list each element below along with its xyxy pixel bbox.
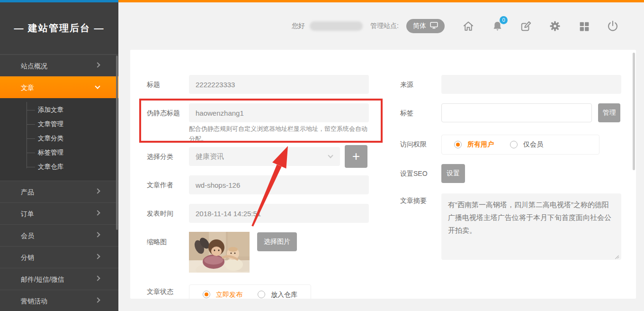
article-status-group: 立即发布 放入仓库	[189, 284, 311, 299]
sidebar-scrollbar[interactable]	[116, 55, 118, 230]
thumbnail-image	[189, 232, 250, 273]
author-label: 文章作者	[147, 175, 173, 194]
topbar: 您好 管理站点: 简体 0	[118, 2, 644, 50]
edit-icon	[520, 20, 532, 32]
seo-settings-button[interactable]: 设置	[441, 164, 465, 183]
chevron-right-icon	[95, 254, 100, 259]
sidebar-item-articles[interactable]: 文章	[0, 76, 118, 98]
home-icon	[462, 20, 474, 32]
access-label: 访问权限	[400, 135, 427, 154]
sidebar-item-label: 营销活动	[21, 297, 47, 305]
thumbnail-label: 缩略图	[147, 237, 167, 247]
sidebar-item-label: 产品	[21, 188, 34, 196]
seo-label: 设置SEO	[400, 164, 428, 183]
sidebar-item-label: 会员	[21, 232, 34, 239]
slug-label: 伪静态标题	[147, 103, 180, 122]
notifications-button[interactable]: 0	[491, 19, 504, 33]
sidebar-item-label: 站点概况	[21, 62, 47, 70]
status-archive-radio[interactable]	[258, 291, 265, 298]
chevron-right-icon	[95, 275, 100, 281]
settings-button[interactable]	[548, 19, 562, 33]
sidebar-item-marketing[interactable]: 营销活动	[0, 290, 118, 311]
logout-button[interactable]	[606, 19, 619, 33]
source-input[interactable]	[441, 75, 621, 94]
chevron-right-icon	[95, 188, 100, 193]
publish-time-label: 发表时间	[147, 204, 173, 223]
chevron-right-icon	[95, 210, 100, 215]
add-category-button[interactable]: +	[345, 145, 367, 168]
sidebar-item-members[interactable]: 会员	[0, 224, 118, 246]
sidebar-item-distribution[interactable]: 分销	[0, 246, 118, 268]
submenu-item-article-manage[interactable]: 文章管理	[0, 117, 118, 131]
home-button[interactable]	[462, 19, 475, 33]
power-icon	[607, 20, 619, 32]
sidebar-item-label: 文章	[21, 84, 34, 91]
gear-icon	[549, 20, 561, 32]
article-status-label: 文章状态	[147, 287, 173, 296]
category-label: 选择分类	[147, 147, 173, 166]
access-members-only-label[interactable]: 仅会员	[523, 140, 543, 149]
summary-label: 文章摘要	[400, 196, 427, 205]
author-input[interactable]	[189, 175, 369, 194]
chevron-down-icon	[328, 153, 333, 158]
submenu-item-tag-manage[interactable]: 标签管理	[0, 146, 118, 160]
sidebar-item-products[interactable]: 产品	[0, 181, 118, 202]
articles-submenu: 添加文章 文章管理 文章分类 标签管理 文章仓库	[0, 98, 118, 181]
sidebar-item-site-overview[interactable]: 站点概况	[0, 55, 118, 76]
category-selected-value: 健康资讯	[196, 152, 224, 161]
tags-input[interactable]	[441, 103, 592, 122]
choose-image-button[interactable]: 选择图片	[257, 232, 297, 251]
chevron-right-icon	[95, 62, 100, 67]
title-label: 标题	[147, 75, 160, 94]
title-input[interactable]	[189, 75, 369, 94]
status-publish-label[interactable]: 立即发布	[216, 291, 242, 299]
app-logo: — 建站管理后台 —	[0, 2, 118, 55]
sidebar: — 建站管理后台 — 站点概况 文章 添加文章 文章管理 文章分类 标签管理 文…	[0, 2, 118, 311]
access-group: 所有用户 仅会员	[441, 135, 599, 155]
sidebar-item-label: 邮件/短信/微信	[21, 275, 64, 283]
site-language-label: 简体	[413, 22, 426, 30]
summary-textarea[interactable]: 有“西南第一高钢塔，四川第二高电视塔”之称的德阳广播电视塔主塔广告位将于本月下旬…	[441, 193, 621, 260]
sidebar-item-label: 订单	[21, 210, 34, 218]
notification-badge: 0	[500, 16, 508, 24]
access-all-users-radio[interactable]	[454, 141, 462, 148]
monitor-icon	[430, 22, 438, 30]
submenu-item-article-category[interactable]: 文章分类	[0, 131, 118, 146]
tags-label: 标签	[400, 103, 413, 122]
article-edit-card: 标题 伪静态标题 配合伪静态规则可自定义浏览器地址栏显示地址，留空系统会自动分配…	[130, 50, 636, 299]
chevron-down-icon	[95, 83, 100, 89]
sidebar-item-orders[interactable]: 订单	[0, 202, 118, 224]
publish-time-input[interactable]	[189, 204, 369, 223]
manage-site-label: 管理站点:	[370, 22, 399, 30]
access-all-users-label[interactable]: 所有用户	[467, 140, 494, 149]
redacted-username	[310, 21, 363, 31]
manage-tags-button[interactable]: 管理	[598, 103, 620, 122]
access-members-only-radio[interactable]	[510, 141, 518, 148]
slug-input[interactable]	[189, 103, 369, 122]
status-archive-label[interactable]: 放入仓库	[271, 291, 297, 299]
category-select[interactable]: 健康资讯	[189, 147, 340, 166]
card-scrollbar[interactable]	[633, 53, 635, 170]
grid-icon	[578, 20, 590, 32]
chevron-right-icon	[95, 297, 100, 302]
greeting-text: 您好	[292, 22, 305, 30]
source-label: 来源	[400, 75, 413, 94]
submenu-item-article-archive[interactable]: 文章仓库	[0, 160, 118, 174]
status-publish-radio[interactable]	[203, 291, 210, 298]
site-language-pill[interactable]: 简体	[406, 19, 445, 33]
sidebar-item-label: 分销	[21, 254, 34, 261]
sidebar-item-mail-sms-wechat[interactable]: 邮件/短信/微信	[0, 268, 118, 290]
submenu-item-add-article[interactable]: 添加文章	[0, 103, 118, 117]
slug-help-text: 配合伪静态规则可自定义浏览器地址栏显示地址，留空系统会自动分配。	[189, 124, 370, 144]
compose-button[interactable]	[519, 19, 533, 33]
chevron-right-icon	[95, 232, 100, 237]
apps-button[interactable]	[577, 19, 590, 33]
